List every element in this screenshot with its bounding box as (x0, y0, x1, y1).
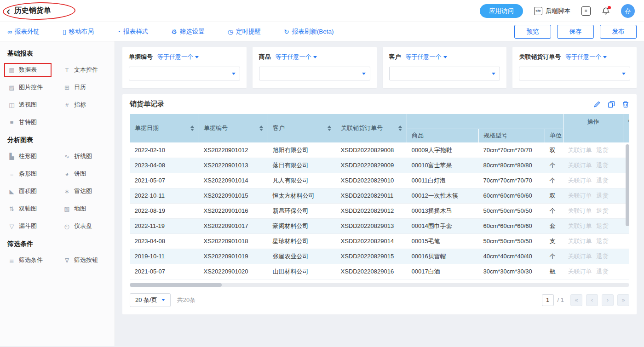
related-order-link[interactable]: 关联订单 (568, 268, 592, 275)
sidebar-item-calendar[interactable]: ⊞ 日历 (63, 83, 87, 92)
col-header-order-no[interactable]: 单据编号 (199, 114, 268, 142)
sort-icon[interactable] (398, 125, 402, 131)
cell-order-no: XS20220901019 (199, 249, 268, 264)
sidebar-item-text-widget[interactable]: T 文本控件 (63, 65, 99, 74)
related-order-link[interactable]: 关联订单 (568, 238, 592, 245)
cell-related-order: XSDD20220829010 (336, 173, 407, 188)
sidebar-item-column-chart[interactable]: ▙ 柱形图 (7, 152, 38, 161)
sidebar-item-bar-chart[interactable]: ≡ 条形图 (7, 169, 38, 178)
filter-operator-dropdown[interactable]: 等于任意一个 (276, 53, 317, 61)
vertical-scrollbar-thumb[interactable] (626, 144, 629, 226)
api-docs-icon[interactable]: ≡ (581, 6, 591, 16)
related-order-link[interactable]: 关联订单 (568, 253, 592, 260)
sidebar-item-pivot-view[interactable]: ◫ 透视图 (7, 100, 38, 109)
col-header-spec[interactable]: 规格型号 (479, 129, 545, 142)
sidebar-item-indicator[interactable]: # 指标 (63, 100, 87, 109)
sidebar-item-map[interactable]: ▧ 地图 (63, 204, 87, 213)
sidebar-item-gauge[interactable]: ◴ 仪表盘 (63, 222, 93, 231)
toolbar-link-report-external-link[interactable]: ∞ 报表外链 (7, 28, 40, 36)
filter-value-select[interactable] (519, 67, 630, 80)
sidebar-item-radar-chart[interactable]: ∗ 雷达图 (63, 187, 93, 196)
related-order-link[interactable]: 关联订单 (568, 147, 592, 154)
sort-icon[interactable] (190, 125, 194, 131)
toolbar-link-timed-reminder[interactable]: ◷ 定时提醒 (228, 28, 261, 36)
return-link[interactable]: 退货 (597, 162, 609, 169)
trash-icon[interactable] (622, 101, 629, 108)
backend-script-label: 后端脚本 (546, 7, 570, 15)
next-page-button[interactable]: › (602, 294, 614, 306)
sort-icon[interactable] (328, 125, 331, 131)
page-size-select[interactable]: 20 条/页 (130, 293, 171, 307)
back-icon[interactable]: ‹ (6, 6, 11, 16)
notification-bell[interactable] (602, 7, 610, 15)
return-link[interactable]: 退货 (597, 207, 609, 214)
cell-order-date: 2023-04-08 (130, 158, 199, 173)
col-header-unit[interactable]: 单位 (545, 129, 564, 142)
last-page-button[interactable]: » (617, 294, 629, 306)
filter-value-select[interactable] (389, 67, 500, 80)
return-link[interactable]: 退货 (597, 177, 609, 184)
copy-icon[interactable] (608, 101, 615, 108)
cell-order-date: 2022-10-11 (130, 188, 199, 203)
filter-operator-dropdown[interactable]: 等于任意一个 (406, 53, 447, 61)
sort-icon[interactable] (259, 125, 263, 131)
toolbar-link-mobile-layout[interactable]: ▯ 移动布局 (63, 28, 94, 36)
return-link[interactable]: 退货 (597, 222, 609, 229)
return-link[interactable]: 退货 (597, 253, 609, 260)
related-order-link[interactable]: 关联订单 (568, 177, 592, 184)
page-title: 历史销货单 (14, 6, 51, 16)
sidebar-item-pie-chart[interactable]: ◕ 饼图 (63, 169, 87, 178)
horizontal-scrollbar-track[interactable] (130, 283, 629, 287)
return-link[interactable]: 退货 (597, 268, 609, 275)
col-header-related-order[interactable]: 关联销货订单号 (336, 114, 407, 142)
edit-icon[interactable] (593, 101, 601, 108)
horizontal-scrollbar-thumb[interactable] (130, 283, 222, 287)
sidebar-item-filter-button[interactable]: ∇ 筛选按钮 (63, 256, 99, 265)
related-order-link[interactable]: 关联订单 (568, 192, 592, 199)
sidebar-item-icon: # (63, 102, 70, 108)
col-header-product[interactable]: 商品 (407, 129, 479, 142)
cell-actions: 关联订单退货 (564, 142, 623, 158)
first-page-button[interactable]: « (570, 294, 582, 306)
return-link[interactable]: 退货 (597, 192, 609, 199)
related-order-link[interactable]: 关联订单 (568, 222, 592, 229)
prev-page-button[interactable]: ‹ (586, 294, 598, 306)
current-page-box[interactable]: 1 (542, 294, 554, 306)
app-access-button[interactable]: 应用访问 (480, 4, 523, 18)
filter-operator-dropdown[interactable]: 等于任意一个 (157, 53, 199, 61)
filter-value-select[interactable] (259, 67, 370, 80)
sidebar-item-icon: ≡ (8, 119, 15, 126)
sidebar-item-gantt[interactable]: ≡ 甘特图 (7, 118, 38, 127)
toolbar-link-report-refresh[interactable]: ↻ 报表刷新(Beta) (284, 28, 334, 36)
sidebar-item-area-chart[interactable]: ◣ 面积图 (7, 187, 38, 196)
sidebar-item-line-chart[interactable]: ∿ 折线图 (63, 152, 93, 161)
save-button[interactable]: 保存 (557, 25, 594, 39)
publish-button[interactable]: 发布 (600, 25, 637, 39)
sidebar-item-icon: ∿ (63, 153, 70, 160)
sidebar-item-filter-condition[interactable]: ≣ 筛选条件 (7, 256, 44, 265)
toolbar-link-report-style[interactable]: ◔ 报表样式 (117, 28, 148, 36)
filter-card-1: 单据编号 等于任意一个 (122, 47, 247, 88)
filter-operator-dropdown[interactable]: 等于任意一个 (565, 53, 607, 61)
col-header-customer[interactable]: 客户 (268, 114, 336, 142)
related-order-link[interactable]: 关联订单 (568, 162, 592, 169)
filter-card-4: 关联销货订单号 等于任意一个 (512, 47, 637, 88)
cell-related-order: XSDD20220829008 (336, 142, 407, 158)
cell-unit: 个 (545, 203, 564, 218)
filter-card-2: 商品 等于任意一个 (253, 47, 377, 88)
sidebar-item-funnel-chart[interactable]: ▽ 漏斗图 (7, 222, 38, 231)
related-order-link[interactable]: 关联订单 (568, 207, 592, 214)
sidebar-item-data-table[interactable]: ▦ 数据表 (7, 65, 38, 74)
avatar[interactable]: 存 (621, 4, 635, 18)
preview-button[interactable]: 预览 (514, 25, 551, 39)
backend-script-button[interactable]: </> 后端脚本 (534, 7, 570, 15)
sidebar-item-image-widget[interactable]: ▨ 图片控件 (7, 83, 44, 92)
toolbar-link-filter-settings[interactable]: ⚙ 筛选设置 (171, 28, 205, 36)
sidebar-item-icon: ∇ (63, 257, 70, 264)
sidebar-item-dual-axis-chart[interactable]: ⇅ 双轴图 (7, 204, 38, 213)
return-link[interactable]: 退货 (597, 147, 609, 154)
col-header-order-date[interactable]: 单据日期 (130, 114, 199, 142)
table-row: 2022-11-19 XS20220901017 豪阁材料公司 XSDD2022… (130, 218, 630, 233)
filter-value-select[interactable] (129, 67, 240, 80)
return-link[interactable]: 退货 (597, 238, 609, 245)
